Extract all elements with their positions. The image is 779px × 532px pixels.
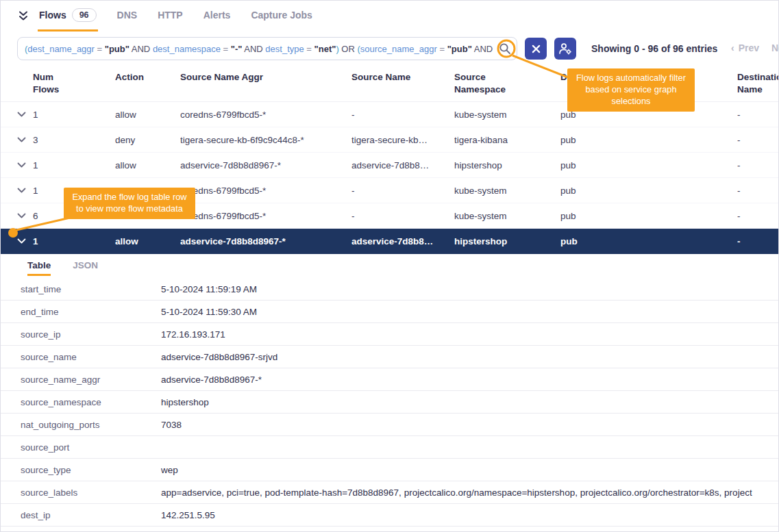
- detail-fields: start_time5-10-2024 11:59:19 AMend_time5…: [0, 278, 779, 527]
- cell-dest-name: -: [737, 186, 779, 196]
- column-header-source-name-aggr: Source Name Aggr: [180, 71, 351, 84]
- user-settings-button[interactable]: [554, 38, 576, 60]
- row-expand-chevron-icon[interactable]: [17, 238, 33, 244]
- field-key: dest_ip: [21, 510, 161, 520]
- column-header-source-namespace: Source Namespace: [454, 71, 521, 96]
- cell-action: deny: [115, 135, 180, 145]
- field-key: end_time: [21, 307, 161, 317]
- query-input[interactable]: (dest_name_aggr = "pub" AND dest_namespa…: [17, 37, 517, 60]
- query-segment: dest_type: [265, 44, 304, 54]
- cell-source-name-aggr: adservice-7d8b8d8967-*: [180, 236, 351, 246]
- cell-source-namespace: kube-system: [454, 110, 560, 120]
- tab-label: HTTP: [158, 10, 183, 21]
- next-label: Next: [771, 42, 779, 53]
- detail-tab-table[interactable]: Table: [27, 260, 51, 276]
- flow-table-row[interactable]: 3denytigera-secure-kb-6f9c9c44c8-*tigera…: [0, 127, 779, 153]
- cell-source-namespace: kube-system: [454, 211, 560, 221]
- detail-field-row: source_labelsapp=adservice, pci=true, po…: [0, 481, 779, 504]
- cell-source-name: adservice-7d8b8…: [351, 236, 454, 246]
- tab-label: DNS: [117, 10, 138, 21]
- detail-field-row: nat_outgoing_ports7038: [0, 414, 779, 436]
- cell-source-name: adservice-7d8b8…: [351, 160, 454, 170]
- query-segment: dest_namespace: [153, 44, 221, 54]
- tab-label: Alerts: [203, 10, 231, 21]
- row-expand-chevron-icon[interactable]: [17, 137, 33, 142]
- tooltip-expand: Expand the flow log table row to view mo…: [64, 188, 195, 219]
- cell-source-namespace: kube-system: [454, 186, 560, 196]
- entries-count: Showing 0 - 96 of 96 entries: [591, 43, 717, 54]
- cell-num-flows: 3: [33, 135, 115, 145]
- cell-source-namespace: hipstershop: [454, 160, 560, 170]
- tab-dns[interactable]: DNS: [116, 0, 139, 31]
- prev-page-button[interactable]: ‹ Prev: [731, 42, 759, 53]
- detail-tab-json[interactable]: JSON: [73, 260, 98, 276]
- field-value: 5-10-2024 11:59:30 AM: [161, 307, 779, 317]
- cell-source-namespace: hipstershop: [454, 236, 560, 246]
- cell-source-name: -: [351, 110, 454, 120]
- cell-source-name-aggr: coredns-6799fbcd5-*: [180, 211, 351, 221]
- query-text: (dest_name_aggr = "pub" AND dest_namespa…: [25, 44, 495, 54]
- tab-alerts[interactable]: Alerts: [202, 0, 232, 31]
- person-gear-icon: [558, 42, 572, 55]
- detail-field-row: start_time5-10-2024 11:59:19 AM: [0, 278, 779, 301]
- detail-field-row: dest_ip142.251.5.95: [0, 504, 779, 527]
- field-value: wep: [161, 465, 779, 475]
- cell-action: allow: [115, 160, 180, 170]
- row-expand-chevron-icon[interactable]: [17, 112, 33, 117]
- row-expand-chevron-icon[interactable]: [17, 162, 33, 168]
- row-expand-chevron-icon[interactable]: [17, 213, 33, 218]
- detail-field-row: end_time5-10-2024 11:59:30 AM: [0, 301, 779, 323]
- query-segment: =: [304, 44, 314, 54]
- table-body: 1allowcoredns-6799fbcd5-*-kube-systempub…: [0, 102, 779, 254]
- cell-dest-name: -: [737, 236, 779, 246]
- field-value: adservice-7d8b8d8967-*: [161, 375, 779, 385]
- field-key: source_namespace: [21, 397, 161, 407]
- detail-field-row: source_typewep: [0, 459, 779, 481]
- field-key: source_port: [21, 442, 161, 453]
- flow-table-row[interactable]: 1allowadservice-7d8b8d8967-*adservice-7d…: [0, 153, 779, 178]
- tab-http[interactable]: HTTP: [156, 0, 184, 31]
- cell-dest-name: -: [737, 110, 779, 120]
- cell-source-name: -: [351, 211, 454, 221]
- chevron-left-icon: ‹: [731, 42, 734, 53]
- field-key: start_time: [21, 284, 161, 294]
- filter-toolbar: (dest_name_aggr = "pub" AND dest_namespa…: [17, 37, 779, 60]
- field-value: app=adservice, pci=true, pod-template-ha…: [161, 487, 779, 498]
- field-key: source_name_aggr: [21, 375, 161, 385]
- cell-source-name-aggr: tigera-secure-kb-6f9c9c44c8-*: [180, 135, 351, 145]
- cell-source-namespace: tigera-kibana: [454, 135, 560, 145]
- tooltip-filter: Flow logs automatically filter based on …: [567, 68, 695, 112]
- cell-action: allow: [115, 110, 180, 120]
- tab-capture-jobs[interactable]: Capture Jobs: [249, 0, 313, 31]
- query-segment: dest_name_aggr: [27, 44, 95, 54]
- query-segment: OR: [339, 44, 358, 54]
- cell-dest-name-aggr: pub: [560, 135, 737, 145]
- query-segment: AND: [242, 44, 265, 54]
- cell-source-name: tigera-secure-kb…: [351, 135, 454, 145]
- pagination: ‹ Prev Next ›: [731, 42, 779, 53]
- row-expand-chevron-icon[interactable]: [17, 188, 33, 193]
- collapse-panel-button[interactable]: [17, 0, 29, 31]
- tab-label: Capture Jobs: [251, 10, 312, 21]
- field-value: 142.251.5.95: [161, 510, 779, 520]
- flows-count-badge: 96: [72, 8, 97, 22]
- field-value: adservice-7d8b8d8967-srjvd: [161, 352, 779, 362]
- next-page-button[interactable]: Next ›: [771, 42, 779, 53]
- detail-field-row: source_port: [0, 436, 779, 459]
- cell-dest-name-aggr: pub: [560, 186, 737, 196]
- flow-detail-panel: TableJSON start_time5-10-2024 11:59:19 A…: [0, 254, 779, 527]
- search-icon[interactable]: [499, 42, 511, 55]
- flow-table-row[interactable]: 1allowadservice-7d8b8d8967-*adservice-7d…: [0, 229, 779, 254]
- cell-source-name-aggr: coredns-6799fbcd5-*: [180, 110, 351, 120]
- query-segment: "-": [231, 44, 243, 54]
- field-key: source_ip: [21, 329, 161, 340]
- field-value: 172.16.193.171: [161, 329, 779, 340]
- cell-dest-name: -: [737, 135, 779, 145]
- field-value: 5-10-2024 11:59:19 AM: [161, 284, 779, 294]
- top-tabs: Flows96DNSHTTPAlertsCapture Jobs: [38, 0, 314, 31]
- cell-source-name: -: [351, 186, 454, 196]
- field-key: source_type: [21, 465, 161, 475]
- clear-query-button[interactable]: [525, 38, 547, 60]
- prev-label: Prev: [739, 42, 759, 53]
- tab-flows[interactable]: Flows96: [38, 0, 98, 31]
